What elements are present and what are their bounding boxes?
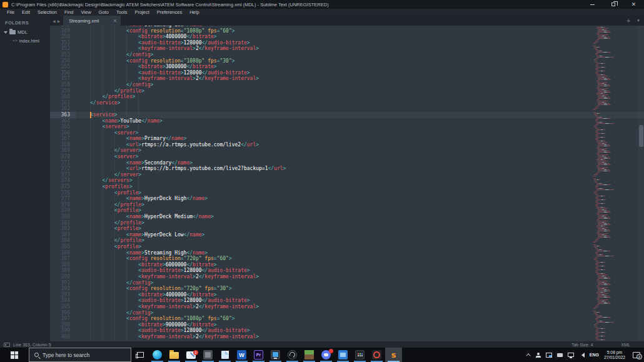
code-line-366[interactable]: 366 <server> — [50, 130, 644, 136]
menu-preferences[interactable]: Preferences — [154, 9, 185, 15]
tab-scroll-left-icon[interactable]: ◀ — [53, 19, 56, 23]
code-line-368[interactable]: 368 <url>rtmps://a.rtmps.youtube.com/liv… — [50, 142, 644, 148]
code-line-367[interactable]: 367 <name>Primary</name> — [50, 136, 644, 142]
code-line-356[interactable]: 356 <audio-bitrate>128000</audio-bitrate… — [50, 70, 644, 76]
code-line-388[interactable]: 388 <bitrate>6000000</bitrate> — [50, 262, 644, 268]
code-line-350[interactable]: 350 <bitrate>4000000</bitrate> — [50, 34, 644, 40]
taskbar-app-mail[interactable]: 2 — [183, 348, 199, 362]
tab-streaming-xml[interactable]: Streaming.xml ✕ — [63, 16, 121, 26]
tray-expand-icon[interactable] — [526, 353, 530, 358]
taskbar-search[interactable]: Type here to search — [29, 348, 131, 362]
code-line-377[interactable]: 377 <name>HyperDeck High</name> — [50, 196, 644, 202]
tab-close-icon[interactable]: ✕ — [113, 18, 118, 24]
code-line-385[interactable]: 385 <profile> — [50, 244, 644, 250]
menu-help[interactable]: Help — [186, 9, 202, 15]
syntax-indicator[interactable]: XML — [621, 343, 630, 347]
scrollbar-thumb[interactable] — [639, 125, 643, 147]
code-line-369[interactable]: 369 </server> — [50, 148, 644, 154]
menu-goto[interactable]: Goto — [96, 9, 112, 15]
code-line-382[interactable]: 382 <profile> — [50, 226, 644, 232]
code-line-392[interactable]: 392 <config resolution="720p" fps="30"> — [50, 286, 644, 292]
code-line-396[interactable]: 396 </config> — [50, 310, 644, 316]
code-line-351[interactable]: 351 <audio-bitrate>128000</audio-bitrate… — [50, 40, 644, 46]
code-line-371[interactable]: 371 <name>Secondary</name> — [50, 160, 644, 166]
start-button[interactable] — [0, 348, 29, 362]
code-line-389[interactable]: 389 <audio-bitrate>128000</audio-bitrate… — [50, 268, 644, 274]
tray-volume-icon[interactable] — [579, 353, 585, 358]
code-line-384[interactable]: 384 </profile> — [50, 238, 644, 244]
code-line-365[interactable]: 365 <servers> — [50, 124, 644, 130]
menu-project[interactable]: Project — [131, 9, 152, 15]
code-line-393[interactable]: 393 <bitrate>4000000</bitrate> — [50, 292, 644, 298]
code-line-383[interactable]: 383 <name>HyperDeck Low</name> — [50, 232, 644, 238]
taskbar-app-explorer[interactable] — [166, 348, 183, 362]
menu-edit[interactable]: Edit — [19, 9, 33, 15]
code-line-361[interactable]: 361 </service> — [50, 100, 644, 106]
menu-tools[interactable]: Tools — [113, 9, 131, 15]
taskbar-app-notes[interactable] — [216, 348, 233, 362]
tray-camera-icon[interactable] — [557, 353, 563, 357]
code-line-399[interactable]: 399 <audio-bitrate>128000</audio-bitrate… — [50, 328, 644, 334]
menu-file[interactable]: File — [4, 9, 18, 15]
code-line-376[interactable]: 376 <profile> — [50, 190, 644, 196]
code-line-400[interactable]: 400 <keyframe-interval>2</keyframe-inter… — [50, 334, 644, 340]
code-line-354[interactable]: 354 <config resolution="1080p" fps="30"> — [50, 58, 644, 64]
taskbar-app-minecraft[interactable] — [301, 348, 318, 362]
code-line-375[interactable]: 375 <profiles> — [50, 184, 644, 190]
code-line-397[interactable]: 397 <config resolution="1080p" fps="60"> — [50, 316, 644, 322]
code-line-380[interactable]: 380 <name>HyperDeck Medium</name> — [50, 214, 644, 220]
code-line-378[interactable]: 378 </profile> — [50, 202, 644, 208]
code-line-363[interactable]: 363 <service> — [50, 112, 644, 118]
code-line-395[interactable]: 395 <keyframe-interval>2</keyframe-inter… — [50, 304, 644, 310]
code-line-357[interactable]: 357 <keyframe-interval>2</keyframe-inter… — [50, 76, 644, 82]
code-line-391[interactable]: 391 </config> — [50, 280, 644, 286]
action-center-button[interactable]: 2 — [633, 352, 640, 358]
taskbar-app-media[interactable] — [351, 348, 368, 362]
code-line-381[interactable]: 381 </profile> — [50, 220, 644, 226]
code-line-359[interactable]: 359 </profile> — [50, 88, 644, 94]
code-line-360[interactable]: 360 </profiles> — [50, 94, 644, 100]
language-indicator[interactable]: ENG — [590, 353, 599, 357]
code-line-353[interactable]: 353 </config> — [50, 52, 644, 58]
menu-selection[interactable]: Selection — [34, 9, 60, 15]
code-line-374[interactable]: 374 </servers> — [50, 178, 644, 184]
code-editor[interactable]: 348 <name>Streaming Low</name>349 <confi… — [50, 26, 644, 341]
tray-person-icon[interactable] — [536, 353, 541, 358]
task-view-button[interactable] — [131, 348, 149, 362]
taskbar-app-gallery[interactable] — [199, 348, 216, 362]
close-button[interactable]: ✕ — [623, 0, 644, 9]
code-line-355[interactable]: 355 <bitrate>3000000</bitrate> — [50, 64, 644, 70]
code-line-362[interactable]: 362 — [50, 106, 644, 112]
taskbar-app-photos[interactable] — [335, 348, 351, 362]
new-tab-icon[interactable]: + — [626, 18, 630, 24]
code-line-390[interactable]: 390 <keyframe-interval>2</keyframe-inter… — [50, 274, 644, 280]
menu-view[interactable]: View — [78, 9, 94, 15]
code-line-352[interactable]: 352 <keyframe-interval>2</keyframe-inter… — [50, 46, 644, 52]
code-line-372[interactable]: 372 <url>rtmps://b.rtmps.youtube.com/liv… — [50, 166, 644, 172]
vertical-scrollbar[interactable] — [638, 26, 644, 341]
code-line-349[interactable]: 349 <config resolution="1080p" fps="60"> — [50, 28, 644, 34]
code-line-398[interactable]: 398 <bitrate>9000000</bitrate> — [50, 322, 644, 328]
code-line-386[interactable]: 386 <name>Streaming High</name> — [50, 250, 644, 256]
code-line-370[interactable]: 370 <server> — [50, 154, 644, 160]
taskbar-app-obs[interactable] — [284, 348, 301, 362]
tab-scroll-right-icon[interactable]: ▶ — [58, 19, 61, 23]
tab-size-indicator[interactable]: Tab Size: 4 — [571, 343, 593, 347]
taskbar-app-atem[interactable] — [267, 348, 284, 362]
code-line-394[interactable]: 394 <audio-bitrate>128000</audio-bitrate… — [50, 298, 644, 304]
tab-overflow-icon[interactable]: ▼ — [636, 19, 640, 23]
code-line-373[interactable]: 373 </server> — [50, 172, 644, 178]
sidebar-folder-mdl[interactable]: MDL — [0, 26, 50, 35]
code-line-387[interactable]: 387 <config resolution="720p" fps="60"> — [50, 256, 644, 262]
tray-display-icon[interactable] — [546, 353, 552, 358]
menu-find[interactable]: Find — [61, 9, 77, 15]
taskbar-app-chat[interactable] — [318, 348, 335, 362]
taskbar-app-edge[interactable] — [149, 348, 166, 362]
taskbar-app-recorder[interactable] — [368, 348, 385, 362]
panel-toggle-icon[interactable] — [4, 343, 10, 347]
clock[interactable]: 5:08 pm 27/01/2022 — [604, 350, 625, 360]
code-line-379[interactable]: 379 <profile> — [50, 208, 644, 214]
minimap[interactable] — [591, 27, 619, 340]
taskbar-app-sublime[interactable]: s — [385, 348, 402, 362]
minimize-button[interactable] — [582, 0, 603, 9]
